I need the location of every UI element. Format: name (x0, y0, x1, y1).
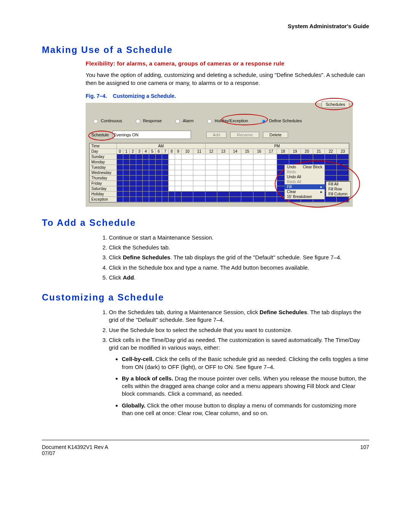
grid-cell[interactable] (205, 170, 217, 175)
grid-cell[interactable] (193, 197, 205, 202)
ctx-fill-column[interactable]: Fill Column (326, 192, 350, 197)
grid-cell[interactable] (156, 159, 162, 165)
grid-cell[interactable] (265, 170, 277, 175)
grid-cell[interactable] (143, 197, 149, 202)
grid-cell[interactable] (182, 170, 193, 175)
grid-cell[interactable] (175, 154, 182, 159)
grid-cell[interactable] (156, 191, 162, 197)
ctx-clear[interactable]: Clear▸ (285, 189, 325, 194)
radio-response[interactable]: Response (134, 118, 162, 124)
grid-cell[interactable] (205, 154, 217, 159)
grid-cell[interactable] (130, 186, 136, 191)
grid-cell[interactable] (253, 165, 265, 170)
grid-cell[interactable] (117, 186, 123, 191)
grid-cell[interactable] (229, 181, 241, 186)
grid-cell[interactable] (156, 181, 162, 186)
grid-cell[interactable] (217, 170, 229, 175)
grid-cell[interactable] (175, 181, 182, 186)
add-button[interactable]: Add (206, 132, 227, 138)
grid-cell[interactable] (169, 165, 175, 170)
grid-cell[interactable] (117, 175, 123, 181)
grid-cell[interactable] (229, 159, 241, 165)
radio-holiday[interactable]: Holiday/Exception (205, 118, 248, 124)
delete-button[interactable]: Delete (263, 132, 288, 138)
grid-cell[interactable] (337, 165, 349, 170)
grid-cell[interactable] (265, 197, 277, 202)
grid-cell[interactable] (123, 165, 130, 170)
grid-cell[interactable] (162, 181, 169, 186)
grid-cell[interactable] (143, 154, 149, 159)
grid-cell[interactable] (143, 175, 149, 181)
grid-cell[interactable] (156, 197, 162, 202)
grid-cell[interactable] (193, 159, 205, 165)
grid-cell[interactable] (117, 165, 123, 170)
grid-cell[interactable] (193, 186, 205, 191)
grid-cell[interactable] (130, 165, 136, 170)
ctx-breakdown[interactable]: 15' Breakdown (285, 194, 325, 199)
grid-cell[interactable] (193, 181, 205, 186)
grid-cell[interactable] (143, 159, 149, 165)
grid-cell[interactable] (325, 154, 337, 159)
grid-cell[interactable] (253, 186, 265, 191)
grid-cell[interactable] (337, 175, 349, 181)
rename-button[interactable]: Rename (230, 132, 259, 138)
grid-cell[interactable] (117, 191, 123, 197)
grid-cell[interactable] (149, 165, 156, 170)
grid-cell[interactable] (136, 186, 143, 191)
grid-cell[interactable] (130, 191, 136, 197)
grid-cell[interactable] (217, 159, 229, 165)
grid-cell[interactable] (149, 170, 156, 175)
grid-cell[interactable] (169, 197, 175, 202)
grid-cell[interactable] (117, 154, 123, 159)
grid-cell[interactable] (175, 191, 182, 197)
grid-cell[interactable] (229, 170, 241, 175)
ctx-fill[interactable]: Fill▸ (285, 184, 325, 189)
grid-cell[interactable] (162, 191, 169, 197)
grid-cell[interactable] (217, 191, 229, 197)
grid-cell[interactable] (217, 154, 229, 159)
grid-cell[interactable] (205, 191, 217, 197)
grid-cell[interactable] (136, 175, 143, 181)
grid-cell[interactable] (265, 191, 277, 197)
grid-cell[interactable] (169, 186, 175, 191)
grid-cell[interactable] (130, 175, 136, 181)
grid-cell[interactable] (205, 186, 217, 191)
grid-cell[interactable] (182, 197, 193, 202)
grid-cell[interactable] (325, 197, 337, 202)
grid-cell[interactable] (229, 197, 241, 202)
grid-cell[interactable] (253, 181, 265, 186)
grid-cell[interactable] (182, 186, 193, 191)
grid-cell[interactable] (241, 181, 253, 186)
grid-cell[interactable] (162, 186, 169, 191)
grid-cell[interactable] (117, 197, 123, 202)
grid-cell[interactable] (229, 165, 241, 170)
grid-cell[interactable] (117, 170, 123, 175)
grid-cell[interactable] (241, 175, 253, 181)
grid-cell[interactable] (217, 175, 229, 181)
grid-cell[interactable] (217, 181, 229, 186)
grid-cell[interactable] (136, 170, 143, 175)
grid-cell[interactable] (175, 197, 182, 202)
grid-cell[interactable] (193, 175, 205, 181)
grid-cell[interactable] (229, 175, 241, 181)
grid-cell[interactable] (205, 197, 217, 202)
grid-cell[interactable] (156, 154, 162, 159)
grid-cell[interactable] (301, 154, 313, 159)
grid-cell[interactable] (325, 175, 337, 181)
ctx-undo-all[interactable]: Undo All (285, 174, 325, 179)
grid-cell[interactable] (205, 165, 217, 170)
grid-cell[interactable] (123, 186, 130, 191)
grid-cell[interactable] (162, 165, 169, 170)
grid-cell[interactable] (156, 170, 162, 175)
grid-cell[interactable] (265, 181, 277, 186)
schedules-tab[interactable]: Schedules (322, 101, 349, 108)
grid-cell[interactable] (289, 154, 301, 159)
grid-cell[interactable] (123, 191, 130, 197)
grid-cell[interactable] (123, 175, 130, 181)
radio-alarm[interactable]: Alarm (173, 118, 194, 124)
grid-cell[interactable] (253, 159, 265, 165)
grid-cell[interactable] (217, 197, 229, 202)
ctx-undo[interactable]: UndoClear Block (285, 165, 325, 169)
grid-cell[interactable] (136, 165, 143, 170)
grid-cell[interactable] (253, 191, 265, 197)
